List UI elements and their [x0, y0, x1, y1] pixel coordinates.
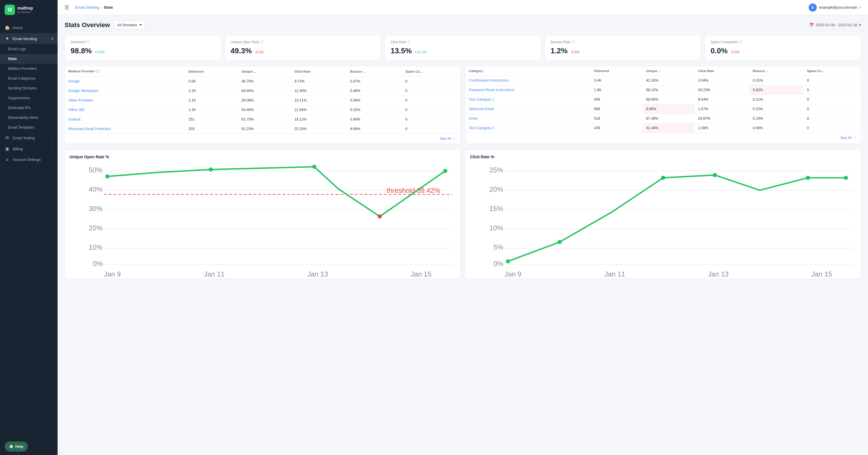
see-all-link[interactable]: See All →: [440, 137, 456, 141]
click-cell: 1.57%: [694, 104, 749, 114]
sidebar-item-label: Email Testing: [13, 136, 35, 140]
stat-label: Click Rate ⓘ: [391, 40, 535, 44]
sidebar-item-label: Email Logs: [8, 47, 26, 51]
provider-link[interactable]: Google Workspace: [68, 89, 99, 93]
spam-cell: 0: [804, 85, 861, 95]
menu-toggle-button[interactable]: ☰: [64, 4, 69, 11]
user-menu[interactable]: E example@your.domain ▾: [809, 3, 861, 11]
chart-container: 50% 40% 30% 20% 10% 0%: [69, 163, 456, 274]
click-cell: 29.87%: [694, 114, 749, 123]
open-rate-chart-card: Unique Open Rate % 50% 40% 30% 20% 10% 0…: [64, 150, 461, 279]
user-email: example@your.domain: [819, 5, 857, 9]
mailbox-provider-table: Mailbox Provider ⓘ Delivered Unique ... …: [65, 66, 460, 134]
click-cell: 19.12%: [291, 115, 346, 124]
category-link[interactable]: Welcome Email: [469, 107, 494, 111]
breadcrumb-separator: ›: [101, 5, 102, 9]
page-title: Stats Overview: [64, 21, 110, 29]
table-row: Invite 519 87.48% 29.87% 0.19% 0: [465, 114, 861, 123]
spam-cell: 0: [402, 96, 460, 105]
category-link[interactable]: Confirmation Instructions: [469, 79, 508, 82]
page-title-area: Stats Overview All Domains: [64, 21, 145, 29]
stat-delta: +0.9%: [95, 50, 104, 54]
data-point: [377, 215, 381, 219]
provider-cell: Office 365: [65, 105, 185, 115]
data-point: [713, 173, 717, 177]
provider-link[interactable]: Office 365: [68, 108, 85, 112]
help-label: Help: [15, 444, 23, 449]
category-link[interactable]: Test Category 2: [469, 126, 494, 130]
sidebar-item-email-categories[interactable]: Email Categories: [0, 74, 58, 83]
sidebar-item-home[interactable]: 🏠 Home: [0, 22, 58, 33]
delivered-cell: 1.6K: [591, 85, 643, 95]
bounce-cell: 5.62%: [749, 85, 804, 95]
sidebar-item-stats[interactable]: Stats: [0, 54, 58, 64]
delivered-cell: 949: [591, 95, 643, 104]
sidebar-item-sending-domains[interactable]: Sending Domains: [0, 83, 58, 93]
sidebar-item-email-logs[interactable]: Email Logs: [0, 44, 58, 54]
testing-icon: ✉: [5, 135, 10, 140]
sidebar-item-dedicated-ips[interactable]: Dedicated IPs: [0, 103, 58, 113]
unique-cell: 26.08%: [238, 96, 291, 105]
see-all-area: See All →: [465, 133, 861, 143]
info-icon[interactable]: ⓘ: [572, 40, 575, 44]
info-icon[interactable]: ⓘ: [260, 40, 264, 44]
sidebar-item-account-settings[interactable]: ≡ Account Settings: [0, 154, 58, 165]
info-icon[interactable]: ⓘ: [86, 40, 90, 44]
provider-link[interactable]: Outlook: [68, 117, 81, 121]
home-icon: 🏠: [5, 25, 10, 30]
sidebar-item-email-sending[interactable]: ✈ Email Sending ▾: [0, 33, 58, 44]
col-unique: Unique ...: [643, 66, 695, 76]
category-link[interactable]: Invite: [469, 116, 477, 120]
table-row: Confirmation Instructions 5.4K 42.10% 3.…: [465, 76, 861, 85]
provider-link[interactable]: Other Providers: [68, 98, 94, 102]
logo-text-area: mailtrap by railsware: [17, 6, 33, 13]
sidebar-item-billing[interactable]: ▣ Billing ›: [0, 143, 58, 154]
chevron-down-icon: ▾: [52, 37, 53, 40]
see-all-link[interactable]: See All →: [840, 136, 856, 140]
category-link[interactable]: Password Reset Instructions: [469, 88, 514, 92]
stat-value: 1.2%: [551, 47, 568, 55]
col-bounce: Bounce ...: [347, 66, 402, 77]
help-button[interactable]: ⊛ Help: [5, 442, 28, 452]
spam-cell: 0: [804, 76, 861, 85]
sidebar-item-deliverability-alerts[interactable]: Deliverability Alerts: [0, 113, 58, 122]
info-icon[interactable]: ⓘ: [407, 40, 411, 44]
category-cell: Password Reset Instructions: [465, 85, 591, 95]
breadcrumb-parent[interactable]: Email Sending: [75, 5, 99, 9]
domain-select[interactable]: All Domains: [114, 21, 145, 29]
sidebar-item-suppressions[interactable]: Suppressions: [0, 93, 58, 103]
unique-cell: 68.60%: [643, 95, 695, 104]
category-cell: Confirmation Instructions: [465, 76, 591, 85]
info-icon[interactable]: ⓘ: [96, 69, 99, 73]
mailbox-provider-table-card: Mailbox Provider ⓘ Delivered Unique ... …: [64, 66, 461, 144]
date-range-picker[interactable]: 📅 2023-01-09 - 2023-01-16 ▾: [809, 23, 861, 27]
sidebar-item-email-testing[interactable]: ✉ Email Testing ›: [0, 132, 58, 143]
category-cell: Test Category 1: [465, 95, 591, 104]
delivered-cell: 439: [591, 123, 643, 133]
y-axis-label: 15%: [489, 205, 503, 212]
y-axis-label: 30%: [89, 205, 102, 212]
stat-value: 98.8%: [70, 47, 92, 55]
y-axis-label: 0%: [93, 260, 103, 267]
col-click: Click Rate: [291, 66, 346, 77]
provider-link[interactable]: Mimecast Email Protection: [68, 127, 111, 131]
info-icon[interactable]: ⓘ: [739, 40, 742, 44]
user-dropdown-icon: ▾: [860, 6, 861, 9]
provider-link[interactable]: Google: [68, 79, 80, 83]
category-table: Category Delivered Unique ... Click Rate…: [465, 66, 861, 133]
bounce-cell: 0.47%: [347, 77, 402, 86]
category-link[interactable]: Test Category 1: [469, 97, 494, 102]
table-row: Google Workspace 2.2K 68.60% 12.40% 0.46…: [65, 86, 460, 96]
topbar: ☰ Email Sending › Stats E example@your.d…: [58, 0, 868, 15]
click-cell: 3.04%: [694, 76, 749, 85]
sidebar-item-label: Email Sending: [13, 37, 37, 41]
stat-card-open-rate: Unique Open Rate ⓘ 49.3% -4.2%: [225, 35, 381, 60]
sidebar-item-email-templates[interactable]: Email Templates: [0, 122, 58, 132]
sidebar-item-mailbox-providers[interactable]: Mailbox Providers: [0, 64, 58, 74]
sidebar-item-label: Email Templates: [8, 125, 34, 130]
sidebar-item-label: Dedicated IPs: [8, 106, 31, 110]
data-point: [661, 176, 665, 180]
y-axis-label: 0%: [493, 260, 503, 267]
charts-section: Unique Open Rate % 50% 40% 30% 20% 10% 0…: [64, 150, 861, 279]
stat-card-spam: Spam Complaints ⓘ 0.0% -0.0%: [705, 35, 861, 60]
